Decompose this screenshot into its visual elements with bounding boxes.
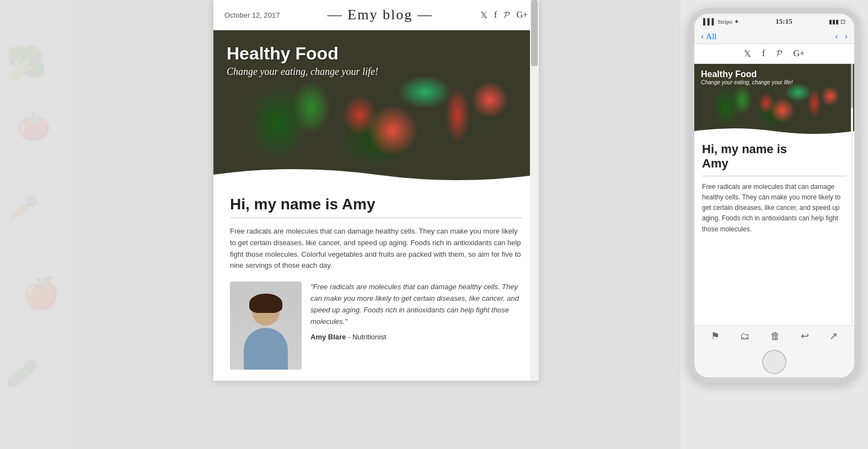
quote-author: Amy Blare - Nutritionist — [310, 333, 522, 341]
phone-body-text: Free radicals are molecules that can dam… — [702, 182, 846, 235]
phone-content: Healthy Food Change your eating, change … — [694, 64, 854, 325]
phone-google-plus-icon[interactable]: G+ — [793, 48, 805, 59]
author-avatar — [230, 282, 302, 370]
hero-subtitle: Change your eating, change your life! — [227, 66, 378, 78]
facebook-icon[interactable]: f — [494, 10, 497, 20]
phone-toolbar: ⚑ 🗂 🗑 ↩ ↗ — [694, 325, 854, 347]
phone-pinterest-icon[interactable]: 𝓟 — [776, 48, 782, 59]
phone-prev-arrow[interactable]: ‹ — [835, 31, 838, 41]
phone-time: 15:15 — [775, 17, 792, 26]
signal-bars-icon: ▌▌▌ — [703, 18, 716, 25]
person-hair — [249, 294, 282, 313]
phone-battery: ▮▮▮ ⊡ — [829, 18, 845, 25]
phone-external-icon[interactable]: ↗ — [829, 330, 838, 342]
phone-home-area — [694, 347, 854, 377]
email-date: October 12, 2017 — [224, 11, 280, 19]
scrollbar-thumb[interactable] — [531, 0, 538, 66]
content-heading: Hi, my name is Amy — [230, 196, 522, 213]
quote-content: "Free radicals are molecules that can da… — [310, 282, 522, 341]
phone-text-content: Hi, my name is Amy Free radicals are mol… — [694, 136, 854, 241]
phone-back-icon[interactable]: ‹ — [701, 31, 704, 41]
phone-status-bar: ▌▌▌ Stripo ✦ 15:15 ▮▮▮ ⊡ — [694, 14, 854, 29]
phone-hero-image: Healthy Food Change your eating, change … — [694, 64, 854, 136]
content-divider — [230, 218, 522, 218]
hero-title: Healthy Food — [227, 44, 378, 64]
phone-frame: ▌▌▌ Stripo ✦ 15:15 ▮▮▮ ⊡ ‹ All ‹ › 𝕏 f — [689, 8, 860, 383]
phone-nav-bar: ‹ All ‹ › — [694, 29, 854, 44]
phone-facebook-icon[interactable]: f — [762, 48, 765, 59]
right-panel: ▌▌▌ Stripo ✦ 15:15 ▮▮▮ ⊡ ‹ All ‹ › 𝕏 f — [681, 0, 868, 449]
quote-section: "Free radicals are molecules that can da… — [230, 282, 522, 370]
phone-reply-icon[interactable]: ↩ — [801, 330, 809, 342]
phone-hero-title: Healthy Food — [701, 69, 792, 79]
phone-home-button[interactable] — [762, 350, 786, 374]
hero-text: Healthy Food Change your eating, change … — [227, 44, 378, 78]
avatar-person — [238, 287, 293, 370]
left-decoration — [0, 0, 72, 449]
author-title-separator: - — [348, 333, 352, 341]
hero-image: Healthy Food Change your eating, change … — [213, 30, 539, 185]
phone-scrollbar-thumb[interactable] — [851, 64, 853, 108]
author-name: Amy Blare — [310, 333, 346, 341]
phone-scrollbar[interactable] — [851, 64, 853, 325]
center-panel: October 12, 2017 — Emy blog — 𝕏 f 𝓟 G+ H… — [72, 0, 681, 449]
phone-hero-wave — [694, 126, 854, 136]
phone-nav-arrows: ‹ › — [835, 31, 848, 41]
phone-carrier: ▌▌▌ Stripo ✦ — [703, 18, 739, 25]
quote-text: "Free radicals are molecules that can da… — [310, 282, 522, 327]
phone-main-heading: Hi, my name is Amy — [702, 142, 846, 171]
phone-trash-icon[interactable]: 🗑 — [770, 331, 780, 342]
phone-hero-subtitle: Change your eating, change your life! — [701, 79, 792, 85]
phone-heading-line2: Amy — [702, 156, 728, 170]
phone-folder-icon[interactable]: 🗂 — [740, 331, 750, 342]
google-plus-icon[interactable]: G+ — [516, 10, 528, 20]
email-logo: — Emy blog — — [328, 7, 433, 23]
email-preview-container: October 12, 2017 — Emy blog — 𝕏 f 𝓟 G+ H… — [213, 0, 539, 381]
email-social-icons: 𝕏 f 𝓟 G+ — [480, 10, 528, 20]
pinterest-icon[interactable]: 𝓟 — [503, 10, 510, 20]
email-content: Hi, my name is Amy Free radicals are mol… — [213, 185, 539, 381]
hero-wave — [213, 164, 539, 185]
phone-all-label[interactable]: All — [706, 32, 835, 41]
author-title: Nutritionist — [352, 333, 386, 341]
content-body-text: Free radicals are molecules that can dam… — [230, 226, 522, 272]
person-body — [244, 328, 288, 370]
twitter-icon[interactable]: 𝕏 — [480, 10, 487, 20]
scrollbar-track[interactable] — [530, 0, 539, 381]
email-header: October 12, 2017 — Emy blog — 𝕏 f 𝓟 G+ — [213, 0, 539, 30]
phone-next-arrow[interactable]: › — [845, 31, 848, 41]
main-layout: 🥦 🍅 🥕 🍎 🥒 🫑 🍇 🥑 🧅 🌽 October 12, 2017 — E… — [0, 0, 868, 449]
person-head — [252, 298, 280, 326]
phone-heading-line1: Hi, my name is — [702, 142, 787, 156]
phone-content-divider — [702, 176, 846, 176]
phone-twitter-icon[interactable]: 𝕏 — [744, 48, 751, 59]
phone-social-bar: 𝕏 f 𝓟 G+ — [694, 44, 854, 64]
phone-hero-text: Healthy Food Change your eating, change … — [701, 69, 792, 85]
wifi-icon: ✦ — [734, 18, 739, 25]
phone-flag-icon[interactable]: ⚑ — [711, 330, 720, 342]
